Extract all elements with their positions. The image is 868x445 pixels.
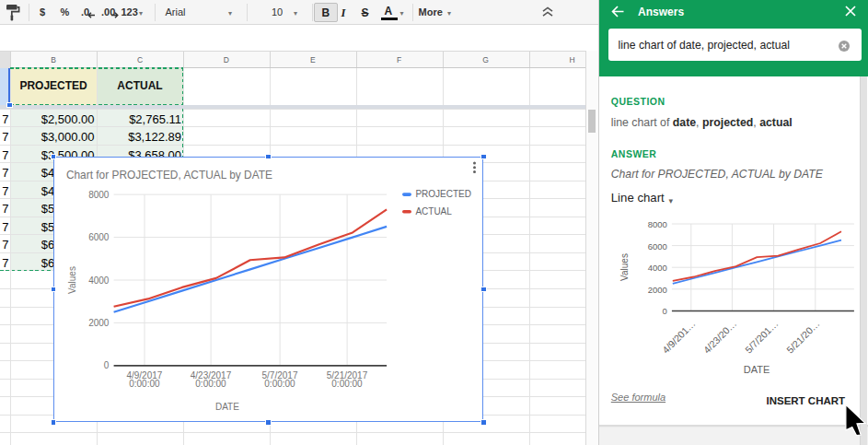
svg-text:5/21/20…: 5/21/20…: [784, 318, 822, 356]
svg-text:4/9/201…: 4/9/201…: [660, 318, 698, 356]
svg-text:5/7/201…: 5/7/201…: [742, 318, 780, 356]
svg-text:4/23/20…: 4/23/20…: [700, 318, 738, 356]
